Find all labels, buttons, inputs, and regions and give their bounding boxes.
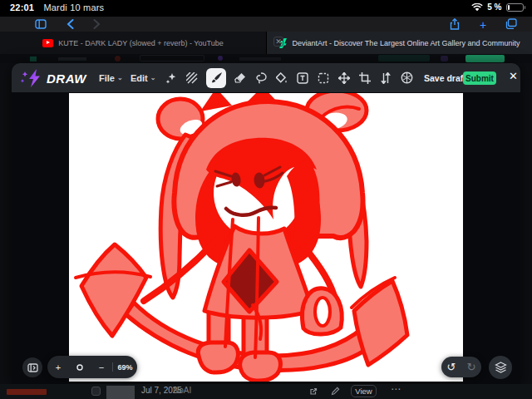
link-icon[interactable] <box>309 387 318 397</box>
move-tool-icon[interactable] <box>337 71 351 85</box>
zoom-out-button[interactable]: − <box>91 362 112 372</box>
row-thumbnail <box>106 386 135 399</box>
ipad-screen: 22:01 Mardi 10 mars 5 % <box>0 0 532 399</box>
chevron-down-icon: ⌄ <box>117 74 123 81</box>
draw-modal: DRAW File⌄ Edit⌄ <box>12 63 520 384</box>
dimmed-page-header <box>0 54 532 63</box>
wifi-icon <box>471 3 483 12</box>
clock: 22:01 <box>10 2 34 12</box>
background-submission-row: Jul 7, 2025 NoAI View ⋯ <box>0 384 532 399</box>
sparkle-tool-icon[interactable] <box>165 71 178 85</box>
fill-tool-icon[interactable] <box>275 71 288 85</box>
eraser-tool-icon[interactable] <box>234 71 247 85</box>
layers-button[interactable] <box>489 356 512 379</box>
back-button[interactable] <box>66 19 74 29</box>
history-controls: ↺ ↻ <box>441 357 481 377</box>
more-options-icon[interactable]: ⋯ <box>391 383 401 395</box>
status-date: Mardi 10 mars <box>43 2 104 12</box>
zoom-level[interactable]: 69% <box>113 363 137 372</box>
close-icon[interactable]: ✕ <box>509 70 518 82</box>
zoom-in-button[interactable]: + <box>47 362 69 372</box>
youtube-icon <box>42 39 53 47</box>
view-button[interactable]: View <box>351 385 377 397</box>
zoom-controls: + − 69% <box>47 356 137 378</box>
submit-button[interactable]: Submit <box>463 71 496 85</box>
canvas-artwork <box>69 93 463 382</box>
edit-pencil-icon[interactable] <box>331 387 340 397</box>
tab-bar: KUTE - DARK LADY (slowed + reverb) - You… <box>0 32 532 54</box>
crop-tool-icon[interactable] <box>358 71 372 85</box>
noai-badge: NoAI <box>173 386 191 395</box>
status-bar: 22:01 Mardi 10 mars 5 % <box>0 0 532 17</box>
pattern-tool-icon[interactable] <box>185 71 199 85</box>
safari-toolbar: deviantart.com ↻ + <box>0 17 532 32</box>
new-tab-icon[interactable]: + <box>480 18 486 32</box>
tab-title: DeviantArt - Discover The Largest Online… <box>293 39 520 47</box>
row-checkbox[interactable] <box>91 387 101 396</box>
brush-tool-icon[interactable] <box>206 68 226 88</box>
zoom-reset-icon[interactable] <box>69 362 91 372</box>
forward-button[interactable] <box>93 19 101 29</box>
adjustments-tool-icon[interactable] <box>379 71 392 85</box>
draw-toolbar: DRAW File⌄ Edit⌄ <box>12 63 520 92</box>
color-wheel-icon[interactable] <box>400 71 413 85</box>
edit-menu[interactable]: Edit⌄ <box>131 63 155 92</box>
tab-deviantart[interactable]: ✕ DeviantArt - Discover The Largest Onli… <box>266 32 532 54</box>
undo-icon[interactable]: ↺ <box>447 361 456 373</box>
battery-percent: 5 % <box>487 2 501 12</box>
join-button-dim <box>466 55 505 62</box>
notification-dot-dim <box>115 56 121 62</box>
dimmed-page-fragment <box>7 389 47 395</box>
tabs-overview-icon[interactable] <box>505 18 517 29</box>
draw-logo-text: DRAW <box>47 71 86 86</box>
search-box-dim <box>140 55 204 62</box>
panel-toggle-button[interactable] <box>22 357 42 377</box>
tool-row <box>165 63 413 92</box>
lasso-tool-icon[interactable] <box>254 71 268 85</box>
marquee-select-icon[interactable] <box>317 71 330 85</box>
chevron-down-icon: ⌄ <box>150 74 156 81</box>
draw-logo: DRAW <box>20 68 86 88</box>
redo-icon[interactable]: ↻ <box>467 361 476 373</box>
sidebar-toggle-icon[interactable] <box>35 19 47 29</box>
file-menu[interactable]: File⌄ <box>99 63 123 92</box>
tab-youtube[interactable]: KUTE - DARK LADY (slowed + reverb) - You… <box>0 32 266 54</box>
save-draft-button[interactable]: Save draft <box>424 63 466 92</box>
share-icon[interactable] <box>450 18 460 30</box>
close-tab-icon[interactable]: ✕ <box>273 37 283 47</box>
tab-title: KUTE - DARK LADY (slowed + reverb) - You… <box>58 39 223 47</box>
layers-icon <box>495 362 507 373</box>
battery-icon <box>506 3 526 12</box>
da-logo-dim <box>30 57 37 62</box>
drawing-canvas[interactable] <box>69 93 463 382</box>
text-tool-icon[interactable] <box>296 71 309 85</box>
